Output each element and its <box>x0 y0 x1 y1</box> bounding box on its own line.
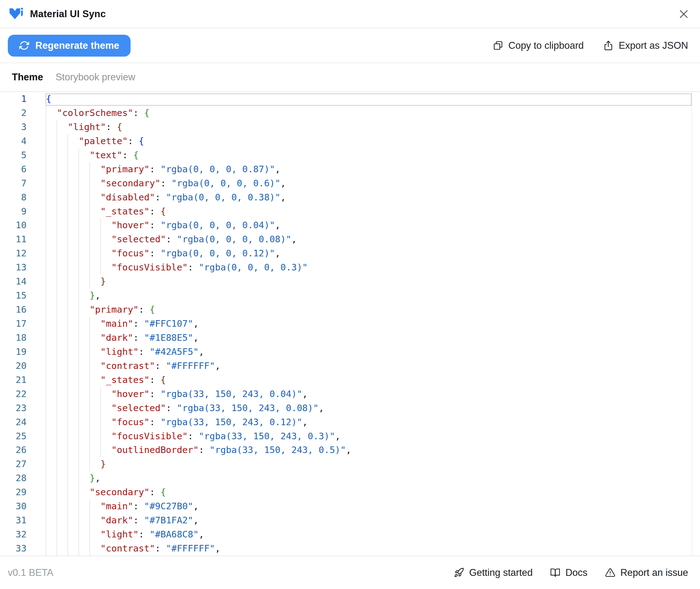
code-line[interactable]: 32 "light": "#BA68C8", <box>0 528 700 542</box>
indent-guide <box>46 429 46 443</box>
indent-guide <box>67 415 68 429</box>
line-number: 25 <box>0 429 27 443</box>
line-number: 27 <box>0 457 27 471</box>
indent-guide <box>67 176 68 190</box>
indent-guide <box>56 232 57 246</box>
code-line[interactable]: 15 }, <box>0 288 700 303</box>
code-line[interactable]: 7 "secondary": "rgba(0, 0, 0, 0.6)", <box>0 176 700 190</box>
code-lines: 1{2 "colorSchemes": {3 "light": {4 "pale… <box>0 92 700 556</box>
code-line[interactable]: 24 "focus": "rgba(33, 150, 243, 0.12)", <box>0 415 700 429</box>
code-text: "selected": "rgba(33, 150, 243, 0.08)", <box>46 403 324 413</box>
indent-guide <box>78 331 79 345</box>
code-line[interactable]: 12 "focus": "rgba(0, 0, 0, 0.12)", <box>0 246 700 260</box>
code-text: { <box>46 93 51 104</box>
code-line[interactable]: 26 "outlinedBorder": "rgba(33, 150, 243,… <box>0 443 700 457</box>
indent-guide <box>89 443 90 457</box>
indent-guide <box>67 246 68 260</box>
indent-guide <box>100 401 101 415</box>
code-text: "main": "#FFC107", <box>46 318 199 329</box>
indent-guide <box>78 359 79 373</box>
indent-guide <box>67 331 68 345</box>
indent-guide <box>89 246 90 260</box>
code-text: "_states": { <box>46 206 166 217</box>
code-line[interactable]: 13 "focusVisible": "rgba(0, 0, 0, 0.3)" <box>0 260 700 274</box>
code-line[interactable]: 5 "text": { <box>0 148 700 162</box>
code-line[interactable]: 31 "dark": "#7B1FA2", <box>0 513 700 528</box>
indent-guide <box>67 204 68 218</box>
line-number: 20 <box>0 359 27 373</box>
indent-guide <box>100 387 101 401</box>
code-line[interactable]: 28 }, <box>0 471 700 485</box>
code-line[interactable]: 2 "colorSchemes": { <box>0 106 700 120</box>
code-line[interactable]: 27 } <box>0 457 700 471</box>
indent-guide <box>56 317 57 331</box>
code-line[interactable]: 8 "disabled": "rgba(0, 0, 0, 0.38)", <box>0 190 700 204</box>
indent-guide <box>100 415 101 429</box>
indent-guide <box>78 542 79 556</box>
code-line[interactable]: 21 "_states": { <box>0 373 700 387</box>
indent-guide <box>78 345 79 359</box>
indent-guide <box>89 204 90 218</box>
indent-guide <box>78 204 79 218</box>
line-number: 32 <box>0 528 27 542</box>
code-text: "contrast": "#FFFFFF", <box>46 543 221 554</box>
indent-guide <box>67 345 68 359</box>
indent-guide <box>67 274 68 288</box>
indent-guide <box>46 331 46 345</box>
indent-guide <box>56 204 57 218</box>
copy-to-clipboard-button[interactable]: Copy to clipboard <box>493 40 584 51</box>
indent-guide <box>89 499 90 513</box>
indent-guide <box>78 190 79 204</box>
code-line[interactable]: 20 "contrast": "#FFFFFF", <box>0 359 700 373</box>
indent-guide <box>89 274 90 288</box>
code-text: "text": { <box>46 150 139 160</box>
indent-guide <box>89 401 90 415</box>
indent-guide <box>67 401 68 415</box>
code-line[interactable]: 17 "main": "#FFC107", <box>0 317 700 331</box>
indent-guide <box>67 528 68 542</box>
indent-guide <box>56 359 57 373</box>
indent-guide <box>89 218 90 232</box>
code-line[interactable]: 18 "dark": "#1E88E5", <box>0 331 700 345</box>
indent-guide <box>46 120 46 134</box>
report-an-issue-link[interactable]: Report an issue <box>605 567 688 578</box>
code-line[interactable]: 19 "light": "#42A5F5", <box>0 345 700 359</box>
indent-guide <box>89 190 90 204</box>
getting-started-link[interactable]: Getting started <box>454 567 533 578</box>
code-line[interactable]: 29 "secondary": { <box>0 485 700 499</box>
export-as-json-button[interactable]: Export as JSON <box>603 40 688 51</box>
tab-storybook-preview[interactable]: Storybook preview <box>56 71 135 83</box>
indent-guide <box>46 162 46 176</box>
code-line[interactable]: 25 "focusVisible": "rgba(33, 150, 243, 0… <box>0 429 700 443</box>
indent-guide <box>78 429 79 443</box>
close-button[interactable] <box>676 7 691 22</box>
indent-guide <box>78 317 79 331</box>
tab-theme[interactable]: Theme <box>12 71 43 83</box>
indent-guide <box>56 542 57 556</box>
docs-link[interactable]: Docs <box>550 567 588 578</box>
code-line[interactable]: 22 "hover": "rgba(33, 150, 243, 0.04)", <box>0 387 700 401</box>
code-line[interactable]: 9 "_states": { <box>0 204 700 218</box>
indent-guide <box>67 429 68 443</box>
indent-guide <box>78 176 79 190</box>
code-line[interactable]: 14 } <box>0 274 700 288</box>
code-line[interactable]: 23 "selected": "rgba(33, 150, 243, 0.08)… <box>0 401 700 415</box>
code-line[interactable]: 10 "hover": "rgba(0, 0, 0, 0.04)", <box>0 218 700 232</box>
indent-guide <box>46 148 46 162</box>
code-line[interactable]: 6 "primary": "rgba(0, 0, 0, 0.87)", <box>0 162 700 176</box>
theme-json-editor[interactable]: 1{2 "colorSchemes": {3 "light": {4 "pale… <box>0 92 700 556</box>
indent-guide <box>67 317 68 331</box>
code-text: "outlinedBorder": "rgba(33, 150, 243, 0.… <box>46 444 351 455</box>
regenerate-theme-button[interactable]: Regenerate theme <box>8 35 130 56</box>
indent-guide <box>89 162 90 176</box>
code-line[interactable]: 33 "contrast": "#FFFFFF", <box>0 542 700 556</box>
code-line[interactable]: 16 "primary": { <box>0 303 700 317</box>
code-line[interactable]: 3 "light": { <box>0 120 700 134</box>
code-line[interactable]: 4 "palette": { <box>0 134 700 148</box>
code-text: "selected": "rgba(0, 0, 0, 0.08)", <box>46 234 297 244</box>
code-line[interactable]: 11 "selected": "rgba(0, 0, 0, 0.08)", <box>0 232 700 246</box>
indent-guide <box>46 260 46 274</box>
code-line[interactable]: 1{ <box>0 92 700 106</box>
code-line[interactable]: 30 "main": "#9C27B0", <box>0 499 700 513</box>
indent-guide <box>67 232 68 246</box>
